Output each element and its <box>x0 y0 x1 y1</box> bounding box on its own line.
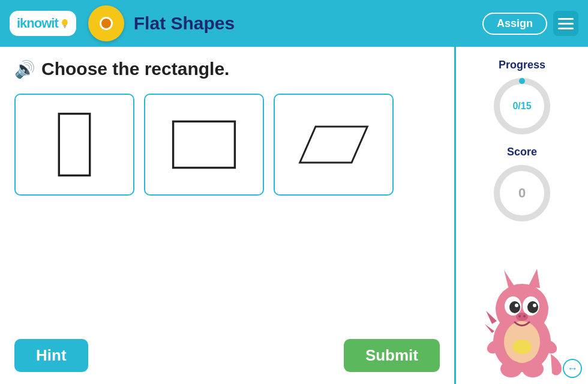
choice-tall-rectangle[interactable] <box>14 94 134 196</box>
score-label: Score <box>507 146 537 158</box>
svg-point-0 <box>62 19 68 26</box>
score-value: 0 <box>518 185 526 201</box>
bulb-icon <box>61 19 69 28</box>
svg-point-20 <box>516 313 528 321</box>
sound-icon[interactable]: 🔊 <box>14 59 35 79</box>
svg-marker-23 <box>486 311 497 324</box>
svg-rect-1 <box>63 25 66 26</box>
choice-wide-rectangle[interactable] <box>144 94 264 196</box>
logo: iknowit <box>10 11 76 36</box>
header-actions: Assign <box>482 11 578 36</box>
submit-button[interactable]: Submit <box>344 339 440 372</box>
lesson-icon <box>88 5 124 41</box>
menu-button[interactable] <box>553 11 578 36</box>
tall-rectangle-svg <box>38 109 110 181</box>
svg-point-27 <box>500 361 522 377</box>
svg-marker-24 <box>485 324 494 333</box>
progress-label: Progress <box>499 59 545 71</box>
choice-parallelogram[interactable] <box>274 94 394 196</box>
monster-character <box>480 264 564 378</box>
menu-line-1 <box>558 18 574 20</box>
choices-row <box>14 94 440 196</box>
svg-point-28 <box>522 361 544 377</box>
svg-point-19 <box>533 304 536 307</box>
wide-rectangle-svg <box>168 109 240 181</box>
question-text: Choose the rectangle. <box>41 59 229 79</box>
svg-rect-4 <box>173 121 235 167</box>
svg-point-18 <box>515 304 518 307</box>
bottom-bar: Hint Submit <box>14 339 440 372</box>
svg-point-16 <box>509 301 520 313</box>
progress-circle: 0/15 <box>492 76 552 136</box>
logo-text: iknowit <box>17 16 58 31</box>
monster-area <box>463 264 581 378</box>
question-row: 🔊 Choose the rectangle. <box>14 59 440 79</box>
lesson-icon-inner <box>100 17 113 30</box>
svg-point-21 <box>518 315 521 317</box>
main-area: 🔊 Choose the rectangle. <box>0 47 588 384</box>
menu-line-2 <box>558 23 574 25</box>
progress-value: 0/15 <box>512 101 531 112</box>
svg-point-22 <box>523 315 526 317</box>
score-circle: 0 <box>492 163 552 223</box>
right-panel: Progress 0/15 Score 0 <box>456 47 588 384</box>
parallelogram-svg <box>298 109 370 181</box>
svg-marker-12 <box>528 269 540 288</box>
navigate-button[interactable]: ↔ <box>563 359 582 378</box>
svg-rect-3 <box>59 114 89 176</box>
hint-button[interactable]: Hint <box>14 339 88 372</box>
app-header: iknowit Flat Shapes Assign <box>0 0 588 47</box>
svg-marker-5 <box>300 127 368 163</box>
menu-line-3 <box>558 28 574 29</box>
lesson-title: Flat Shapes <box>134 13 235 34</box>
svg-point-17 <box>527 301 538 313</box>
left-panel: 🔊 Choose the rectangle. <box>0 47 456 384</box>
assign-button[interactable]: Assign <box>482 13 547 35</box>
svg-point-29 <box>512 340 532 354</box>
svg-marker-11 <box>504 270 515 289</box>
